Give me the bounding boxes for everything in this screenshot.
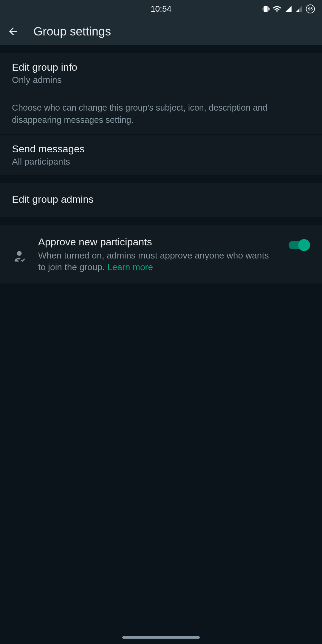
navigation-pill[interactable]: [122, 636, 200, 639]
status-time: 10:54: [151, 4, 171, 14]
edit-group-info-title: Edit group info: [12, 61, 310, 73]
page-title: Group settings: [33, 25, 111, 38]
app-header: Group settings: [0, 18, 322, 45]
send-messages-value: All participants: [12, 157, 310, 167]
person-check-icon: [12, 248, 30, 264]
wifi-icon: [273, 4, 281, 13]
approve-title: Approve new participants: [38, 236, 277, 248]
status-bar: 10:54 95: [0, 0, 322, 18]
approve-participants-item[interactable]: Approve new participants When turned on,…: [0, 225, 322, 284]
vibrate-icon: [262, 5, 270, 13]
approve-toggle[interactable]: [289, 239, 310, 251]
send-messages-title: Send messages: [12, 143, 310, 155]
approve-description: When turned on, admins must approve anyo…: [38, 250, 277, 273]
edit-group-info-item[interactable]: Edit group info Only admins: [0, 53, 322, 93]
svg-point-0: [17, 251, 22, 256]
edit-group-info-value: Only admins: [12, 75, 310, 85]
edit-group-admins-item[interactable]: Edit group admins: [0, 183, 322, 217]
edit-group-admins-title: Edit group admins: [12, 193, 310, 205]
learn-more-link[interactable]: Learn more: [107, 262, 153, 272]
signal-icon-2: [295, 5, 303, 13]
battery-icon: 95: [306, 4, 315, 13]
signal-icon-1: [284, 5, 292, 13]
edit-group-info-description: Choose who can change this group's subje…: [0, 93, 322, 134]
settings-content: Edit group info Only admins Choose who c…: [0, 45, 322, 284]
back-button[interactable]: [7, 25, 19, 37]
status-icons: 95: [262, 4, 315, 13]
send-messages-item[interactable]: Send messages All participants: [0, 135, 322, 175]
